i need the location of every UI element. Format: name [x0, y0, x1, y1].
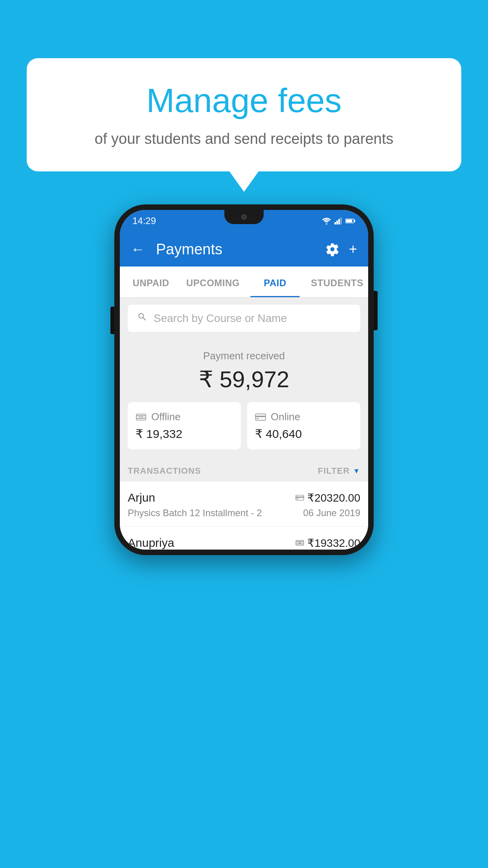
payment-cards: Offline ₹ 19,332 Online ₹ 40,640: [120, 402, 368, 459]
filter-icon: ▼: [353, 467, 360, 475]
tab-students[interactable]: STUDENTS: [306, 267, 368, 297]
transaction-top-1: Arjun ₹20320.00: [128, 491, 360, 504]
transactions-label: TRANSACTIONS: [128, 466, 201, 476]
svg-rect-8: [136, 414, 146, 420]
search-bar[interactable]: Search by Course or Name: [128, 305, 360, 332]
transactions-header: TRANSACTIONS FILTER ▼: [120, 459, 368, 482]
card-icon: [255, 413, 266, 421]
svg-rect-18: [296, 541, 304, 546]
tab-paid[interactable]: PAID: [244, 267, 306, 297]
offline-payment-card: Offline ₹ 19,332: [128, 402, 241, 449]
transaction-amount-2: ₹19332.00: [307, 537, 360, 550]
search-icon: [137, 312, 147, 325]
transaction-amount-row-1: ₹20320.00: [295, 491, 360, 504]
payment-method-icon-1: [295, 495, 304, 501]
transaction-bottom-1: Physics Batch 12 Installment - 2 06 June…: [128, 508, 360, 519]
svg-rect-14: [257, 418, 259, 419]
phone-outer: 14:29: [114, 204, 374, 555]
search-bar-wrapper: Search by Course or Name: [120, 298, 368, 339]
filter-label: FILTER: [318, 466, 350, 476]
payment-amount: ₹ 59,972: [128, 366, 360, 393]
transaction-row-partial[interactable]: Anupriya ₹19332.00: [120, 527, 368, 550]
tab-unpaid[interactable]: UNPAID: [120, 267, 182, 297]
status-time: 14:29: [132, 215, 156, 226]
svg-rect-2: [336, 221, 338, 224]
svg-rect-16: [296, 497, 304, 498]
tabs-bar: UNPAID UPCOMING PAID STUDENTS: [120, 267, 368, 298]
online-amount: ₹ 40,640: [255, 427, 352, 441]
signal-icon: [334, 217, 342, 224]
filter-button[interactable]: FILTER ▼: [318, 466, 360, 476]
svg-rect-6: [354, 220, 355, 222]
transaction-top-2: Anupriya ₹19332.00: [128, 536, 360, 550]
payment-method-icon-2: [295, 539, 304, 546]
payment-received-label: Payment received: [128, 350, 360, 362]
svg-rect-3: [338, 219, 340, 224]
transaction-name-2: Anupriya: [128, 536, 174, 550]
payment-received-section: Payment received ₹ 59,972: [120, 339, 368, 402]
settings-icon[interactable]: [325, 242, 339, 256]
transaction-list: Arjun ₹20320.00 Physics Batch: [120, 482, 368, 550]
svg-point-21: [299, 542, 301, 544]
offline-amount: ₹ 19,332: [136, 427, 233, 441]
offline-card-type: Offline: [136, 411, 233, 423]
transaction-date-1: 06 June 2019: [303, 508, 360, 519]
camera-dot: [241, 214, 247, 220]
phone-screen: 14:29: [120, 210, 368, 550]
cash-icon: [136, 413, 147, 421]
online-label: Online: [271, 411, 300, 423]
search-placeholder-text: Search by Course or Name: [154, 312, 287, 325]
transaction-amount-1: ₹20320.00: [307, 491, 360, 504]
back-button[interactable]: ←: [131, 241, 145, 257]
svg-point-0: [326, 223, 327, 224]
transaction-amount-row-2: ₹19332.00: [295, 537, 360, 550]
svg-rect-13: [255, 416, 266, 417]
battery-icon: [345, 218, 356, 224]
speech-bubble-wrapper: Manage fees of your students and send re…: [27, 58, 461, 171]
app-bar-actions: +: [325, 241, 357, 257]
svg-rect-4: [340, 217, 342, 224]
status-bar: 14:29: [120, 210, 368, 232]
tab-upcoming[interactable]: UPCOMING: [182, 267, 244, 297]
online-card-type: Online: [255, 411, 352, 423]
status-icons: [322, 217, 356, 224]
phone-wrapper: 14:29: [114, 204, 374, 555]
online-payment-card: Online ₹ 40,640: [247, 402, 360, 449]
wifi-icon: [322, 217, 331, 224]
svg-rect-1: [334, 222, 336, 224]
svg-rect-7: [346, 220, 352, 223]
bubble-subtitle: of your students and send receipts to pa…: [42, 129, 446, 149]
svg-rect-17: [297, 498, 299, 499]
speech-bubble: Manage fees of your students and send re…: [27, 58, 461, 171]
bubble-title: Manage fees: [42, 82, 446, 119]
transaction-row[interactable]: Arjun ₹20320.00 Physics Batch: [120, 482, 368, 527]
transaction-course-1: Physics Batch 12 Installment - 2: [128, 508, 262, 519]
add-button[interactable]: +: [349, 241, 357, 257]
transaction-name-1: Arjun: [128, 491, 155, 504]
app-bar: ← Payments +: [120, 232, 368, 267]
app-bar-title: Payments: [156, 241, 317, 258]
offline-label: Offline: [151, 411, 181, 423]
notch: [224, 210, 264, 224]
